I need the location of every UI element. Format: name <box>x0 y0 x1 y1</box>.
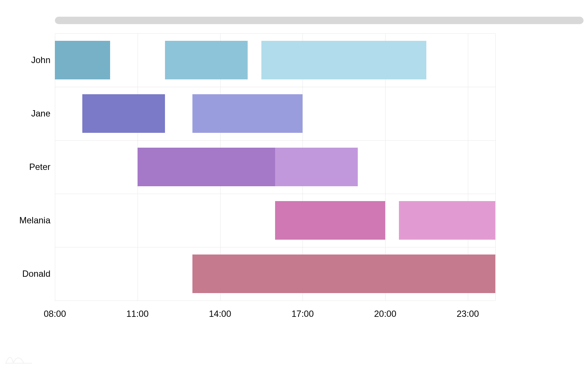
x-axis-label: 11:00 <box>123 309 152 319</box>
horizontal-scrollbar[interactable] <box>55 17 584 24</box>
gantt-bar[interactable] <box>275 148 358 186</box>
x-axis-label: 14:00 <box>205 309 235 319</box>
gantt-bar[interactable] <box>138 148 275 186</box>
gantt-bar[interactable] <box>399 201 495 240</box>
y-axis-label: Jane <box>2 108 50 119</box>
gantt-chart-container: JohnJanePeterMelaniaDonald 08:0011:0014:… <box>0 0 588 371</box>
amcharts-logo <box>5 354 32 366</box>
y-axis-label: Donald <box>2 269 50 279</box>
y-axis-label: Melania <box>2 215 50 226</box>
y-axis-label: Peter <box>2 162 50 172</box>
gantt-bar[interactable] <box>261 41 427 79</box>
gantt-bar[interactable] <box>192 94 303 133</box>
gantt-bar[interactable] <box>192 255 495 293</box>
x-axis-label: 17:00 <box>288 309 317 319</box>
x-axis-label: 20:00 <box>370 309 400 319</box>
gantt-bar[interactable] <box>55 41 110 79</box>
gantt-bar[interactable] <box>275 201 385 240</box>
grid-row-divider <box>55 301 495 301</box>
grid-col-divider <box>495 33 496 301</box>
grid-row-divider <box>55 87 495 87</box>
chart-plot-area <box>55 33 495 301</box>
grid-row-divider <box>55 33 495 34</box>
y-axis-label: John <box>2 55 50 65</box>
gantt-bar[interactable] <box>82 94 165 133</box>
grid-row-divider <box>55 247 495 247</box>
grid-row-divider <box>55 194 495 194</box>
gantt-bar[interactable] <box>165 41 248 79</box>
x-axis-label: 23:00 <box>453 309 483 319</box>
x-axis-label: 08:00 <box>40 309 70 319</box>
grid-row-divider <box>55 140 495 141</box>
